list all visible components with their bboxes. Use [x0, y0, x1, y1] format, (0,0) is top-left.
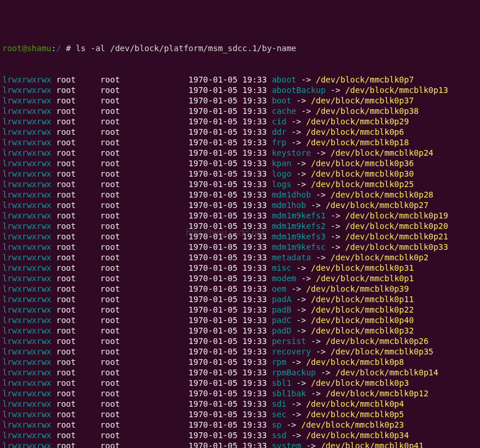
owner: root	[56, 357, 95, 367]
arrow-icon: ->	[331, 232, 341, 241]
owner: root	[56, 336, 95, 346]
arrow-icon: ->	[291, 138, 301, 147]
symlink-target: /dev/block/mmcblk0p6	[306, 127, 404, 137]
arrow-icon: ->	[296, 263, 306, 273]
owner: root	[56, 316, 95, 325]
arrow-icon: ->	[331, 221, 341, 231]
date: 1970-01-05 19:33	[188, 305, 267, 314]
list-item: lrwxrwxrwx root root 1970-01-05 19:33 ca…	[2, 106, 478, 116]
arrow-icon: ->	[316, 253, 326, 262]
date: 1970-01-05 19:33	[188, 221, 267, 231]
perms: lrwxrwxrwx	[2, 378, 51, 388]
perms: lrwxrwxrwx	[2, 295, 51, 304]
date: 1970-01-05 19:33	[188, 378, 267, 388]
list-item: lrwxrwxrwx root root 1970-01-05 19:33 sy…	[2, 440, 478, 448]
owner: root	[56, 211, 95, 220]
group: root	[101, 180, 189, 189]
list-item: lrwxrwxrwx root root 1970-01-05 19:33 pa…	[2, 294, 478, 304]
owner: root	[56, 378, 95, 388]
perms: lrwxrwxrwx	[2, 441, 51, 448]
list-item: lrwxrwxrwx root root 1970-01-05 19:33 md…	[2, 231, 478, 242]
list-item: lrwxrwxrwx root root 1970-01-05 19:33 fr…	[2, 137, 478, 148]
perms: lrwxrwxrwx	[2, 253, 51, 262]
symlink-target: /dev/block/mmcblk0p32	[311, 326, 414, 335]
date: 1970-01-05 19:33	[188, 180, 267, 189]
list-item: lrwxrwxrwx root root 1970-01-05 19:33 sd…	[2, 399, 478, 409]
date: 1970-01-05 19:33	[188, 96, 267, 105]
arrow-icon: ->	[296, 316, 306, 325]
date: 1970-01-05 19:33	[188, 211, 267, 220]
list-item: lrwxrwxrwx root root 1970-01-05 19:33 ke…	[2, 148, 478, 158]
list-item: lrwxrwxrwx root root 1970-01-05 19:33 ss…	[2, 430, 478, 440]
symlink-target: /dev/block/mmcblk0p18	[306, 138, 409, 147]
date: 1970-01-05 19:33	[188, 316, 267, 325]
symlink-name: keystore	[272, 148, 311, 157]
date: 1970-01-05 19:33	[188, 117, 267, 126]
symlink-target: /dev/block/mmcblk0p4	[306, 399, 404, 408]
symlink-name: cid	[272, 117, 286, 126]
symlink-name: aboot	[272, 75, 296, 84]
symlink-target: /dev/block/mmcblk0p28	[331, 190, 434, 199]
arrow-icon: ->	[311, 336, 321, 346]
owner: root	[56, 232, 95, 241]
group: root	[101, 159, 189, 168]
symlink-name: sp	[272, 420, 282, 429]
arrow-icon: ->	[291, 127, 301, 137]
arrow-icon: ->	[296, 378, 306, 388]
group: root	[101, 127, 189, 137]
date: 1970-01-05 19:33	[188, 148, 267, 157]
arrow-icon: ->	[291, 357, 301, 367]
symlink-target: /dev/block/mmcblk0p29	[306, 117, 409, 126]
symlink-target: /dev/block/mmcblk0p20	[345, 221, 448, 231]
list-item: lrwxrwxrwx root root 1970-01-05 19:33 sb…	[2, 378, 478, 388]
perms: lrwxrwxrwx	[2, 127, 51, 137]
symlink-name: padB	[272, 305, 292, 314]
group: root	[101, 138, 189, 147]
group: root	[101, 242, 189, 252]
symlink-target: /dev/block/mmcblk0p19	[345, 211, 448, 220]
owner: root	[56, 284, 95, 293]
group: root	[101, 347, 189, 356]
list-item: lrwxrwxrwx root root 1970-01-05 19:33 ci…	[2, 116, 478, 127]
symlink-target: /dev/block/mmcblk0p34	[306, 431, 409, 440]
group: root	[101, 316, 189, 325]
arrow-icon: ->	[311, 200, 321, 210]
group: root	[101, 295, 189, 304]
arrow-icon: ->	[291, 117, 301, 126]
group: root	[101, 389, 189, 398]
symlink-name: logo	[272, 169, 292, 178]
perms: lrwxrwxrwx	[2, 85, 51, 95]
group: root	[101, 96, 189, 105]
arrow-icon: ->	[291, 410, 301, 419]
owner: root	[56, 127, 95, 137]
list-item: lrwxrwxrwx root root 1970-01-05 19:33 md…	[2, 242, 478, 252]
group: root	[101, 169, 189, 178]
perms: lrwxrwxrwx	[2, 410, 51, 419]
date: 1970-01-05 19:33	[188, 190, 267, 199]
symlink-name: metadata	[272, 253, 311, 262]
date: 1970-01-05 19:33	[188, 420, 267, 429]
prompt-line[interactable]: root@shamu:/ # ls -al /dev/block/platfor…	[2, 43, 478, 53]
group: root	[101, 431, 189, 440]
symlink-name: misc	[272, 263, 292, 273]
perms: lrwxrwxrwx	[2, 190, 51, 199]
arrow-icon: ->	[331, 85, 341, 95]
list-item: lrwxrwxrwx root root 1970-01-05 19:33 se…	[2, 409, 478, 420]
perms: lrwxrwxrwx	[2, 263, 51, 273]
group: root	[101, 190, 189, 199]
group: root	[101, 221, 189, 231]
owner: root	[56, 253, 95, 262]
owner: root	[56, 242, 95, 252]
owner: root	[56, 221, 95, 231]
list-item: lrwxrwxrwx root root 1970-01-05 19:33 sp…	[2, 420, 478, 430]
symlink-target: /dev/block/mmcblk0p35	[331, 347, 434, 356]
symlink-name: abootBackup	[272, 85, 326, 95]
group: root	[101, 441, 189, 448]
date: 1970-01-05 19:33	[188, 368, 267, 377]
list-item: lrwxrwxrwx root root 1970-01-05 19:33 dd…	[2, 127, 478, 137]
symlink-name: oem	[272, 284, 286, 293]
perms: lrwxrwxrwx	[2, 431, 51, 440]
symlink-name: mdm1m9kefs2	[272, 221, 326, 231]
symlink-target: /dev/block/mmcblk0p37	[311, 96, 414, 105]
arrow-icon: ->	[291, 399, 301, 408]
